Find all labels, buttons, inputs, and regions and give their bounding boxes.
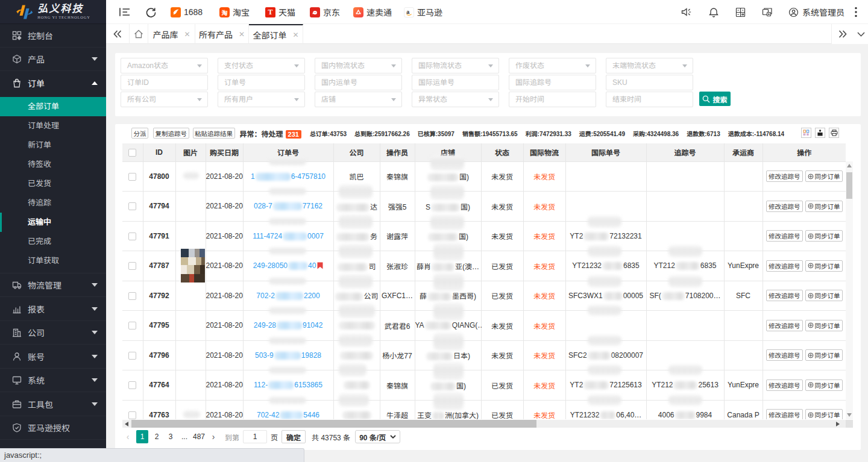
svg-text:a: a [406, 8, 410, 14]
